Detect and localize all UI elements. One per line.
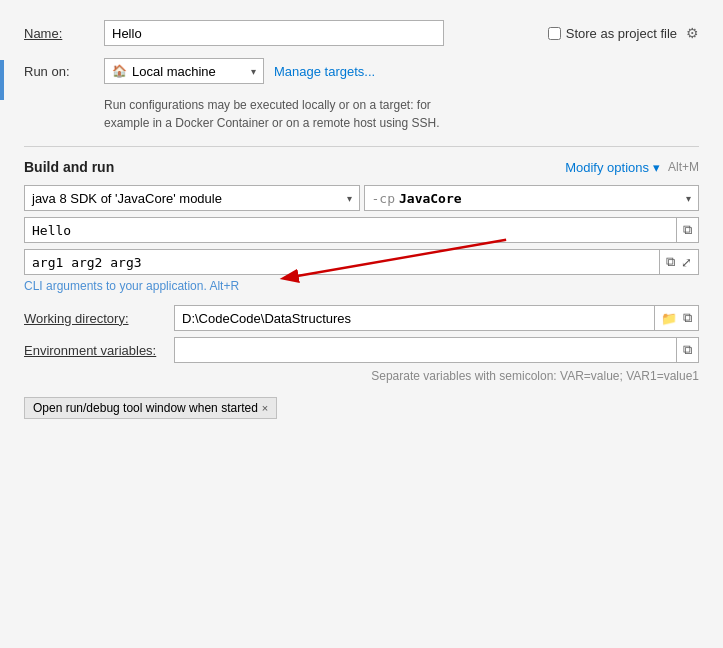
cli-hint: CLI arguments to your application. Alt+R bbox=[24, 279, 699, 293]
args-expand-icon[interactable]: ⤢ bbox=[679, 254, 694, 271]
modify-dropdown-arrow: ▾ bbox=[653, 160, 660, 175]
accent-bar bbox=[0, 60, 4, 100]
tool-window-tag: Open run/debug tool window when started … bbox=[24, 397, 277, 419]
env-var-label: Environment variables: bbox=[24, 343, 174, 358]
args-input[interactable] bbox=[24, 249, 660, 275]
run-on-hint: Run configurations may be executed local… bbox=[104, 96, 699, 132]
modify-options-label: Modify options bbox=[565, 160, 649, 175]
section-divider bbox=[24, 146, 699, 147]
hint-line1: Run configurations may be executed local… bbox=[104, 98, 431, 112]
cp-value: JavaCore bbox=[399, 191, 462, 206]
cp-prefix: -cp bbox=[372, 191, 395, 206]
run-on-dropdown-arrow: ▾ bbox=[251, 66, 256, 77]
env-var-edit-icon[interactable]: ⧉ bbox=[681, 341, 694, 359]
working-dir-label: Working directory: bbox=[24, 311, 174, 326]
working-dir-edit-icon[interactable]: ⧉ bbox=[681, 309, 694, 327]
section-title: Build and run bbox=[24, 159, 114, 175]
folder-icon[interactable]: 📁 bbox=[659, 310, 679, 327]
tag-close-icon[interactable]: × bbox=[262, 402, 268, 414]
env-var-label-row: Environment variables: ⧉ bbox=[24, 337, 699, 363]
run-config-dialog: Name: Store as project file ⚙ Run on: 🏠 … bbox=[0, 0, 723, 648]
main-class-actions: ⧉ bbox=[677, 217, 699, 243]
copy-icon[interactable]: ⧉ bbox=[681, 221, 694, 239]
sdk-label: java 8 SDK of 'JavaCore' module bbox=[32, 191, 222, 206]
gear-icon[interactable]: ⚙ bbox=[686, 25, 699, 41]
store-label: Store as project file bbox=[566, 26, 677, 41]
env-var-input[interactable] bbox=[174, 337, 677, 363]
env-var-btns: ⧉ bbox=[677, 337, 699, 363]
modify-options-link[interactable]: Modify options ▾ Alt+M bbox=[565, 160, 699, 175]
args-copy-icon[interactable]: ⧉ bbox=[664, 253, 677, 271]
main-class-row: ⧉ bbox=[24, 217, 699, 243]
working-dir-input[interactable] bbox=[174, 305, 655, 331]
store-as-project-checkbox[interactable] bbox=[548, 27, 561, 40]
args-input-wrap: ⧉ ⤢ bbox=[24, 249, 699, 275]
run-on-dropdown[interactable]: 🏠 Local machine ▾ bbox=[104, 58, 264, 84]
tool-window-tag-label: Open run/debug tool window when started bbox=[33, 401, 258, 415]
name-label: Name: bbox=[24, 26, 104, 41]
main-class-input[interactable] bbox=[24, 217, 677, 243]
working-dir-btns: 📁 ⧉ bbox=[655, 305, 699, 331]
working-dir-label-row: Working directory: 📁 ⧉ bbox=[24, 305, 699, 331]
sep-hint: Separate variables with semicolon: VAR=v… bbox=[24, 369, 699, 383]
run-on-label: Run on: bbox=[24, 64, 104, 79]
name-row: Name: Store as project file ⚙ bbox=[24, 20, 699, 46]
build-run-header: Build and run Modify options ▾ Alt+M bbox=[24, 159, 699, 175]
run-on-value: Local machine bbox=[132, 64, 216, 79]
house-icon: 🏠 bbox=[112, 64, 127, 78]
modify-shortcut: Alt+M bbox=[668, 160, 699, 174]
sdk-cp-row: java 8 SDK of 'JavaCore' module ▾ -cp Ja… bbox=[24, 185, 699, 211]
store-checkbox-row: Store as project file ⚙ bbox=[548, 25, 699, 41]
working-dir-row: 📁 ⧉ bbox=[174, 305, 699, 331]
cp-dropdown-arrow: ▾ bbox=[686, 193, 691, 204]
args-field-row: ⧉ ⤢ bbox=[24, 249, 699, 275]
sdk-dropdown-arrow: ▾ bbox=[347, 193, 352, 204]
run-on-row: Run on: 🏠 Local machine ▾ Manage targets… bbox=[24, 58, 699, 84]
env-var-row: ⧉ bbox=[174, 337, 699, 363]
cp-dropdown[interactable]: -cp JavaCore ▾ bbox=[364, 185, 700, 211]
tag-row: Open run/debug tool window when started … bbox=[24, 397, 699, 419]
args-actions: ⧉ ⤢ bbox=[660, 249, 699, 275]
sdk-dropdown[interactable]: java 8 SDK of 'JavaCore' module ▾ bbox=[24, 185, 360, 211]
hint-line2: example in a Docker Container or on a re… bbox=[104, 116, 440, 130]
manage-targets-link[interactable]: Manage targets... bbox=[274, 64, 375, 79]
name-input[interactable] bbox=[104, 20, 444, 46]
